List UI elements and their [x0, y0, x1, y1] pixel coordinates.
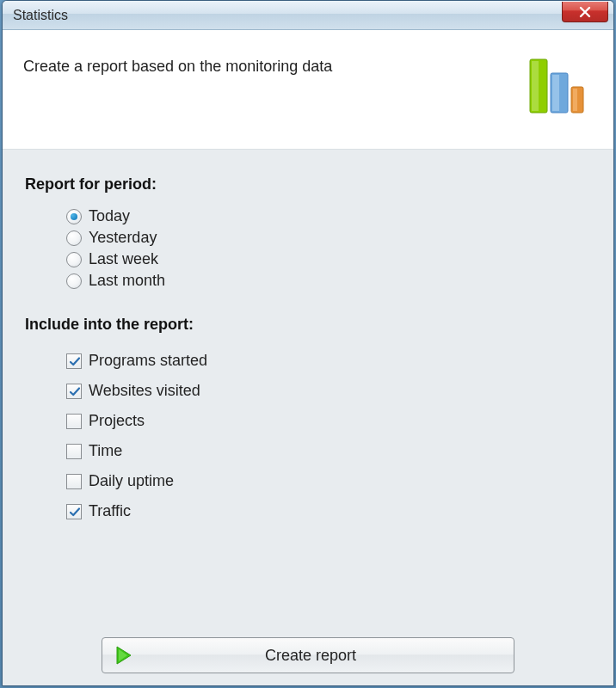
header-text: Create a report based on the monitoring …	[23, 54, 332, 76]
svg-rect-3	[552, 75, 559, 111]
check-daily-uptime[interactable]: Daily uptime	[66, 466, 591, 496]
period-options: Today Yesterday Last week Last month	[66, 206, 591, 292]
period-heading: Report for period:	[25, 175, 591, 194]
checkbox-label: Daily uptime	[89, 472, 174, 490]
include-options: Programs started Websites visited Projec…	[66, 346, 591, 526]
radio-today[interactable]: Today	[66, 206, 591, 227]
include-heading: Include into the report:	[25, 316, 591, 334]
create-report-button[interactable]: Create report	[102, 637, 514, 673]
body-block: Report for period: Today Yesterday Last …	[3, 150, 613, 685]
check-websites-visited[interactable]: Websites visited	[66, 376, 591, 406]
radio-label: Yesterday	[89, 229, 157, 247]
checkbox-icon	[66, 384, 82, 399]
radio-icon	[66, 230, 82, 246]
checkbox-icon	[66, 474, 82, 489]
play-icon	[114, 645, 133, 666]
radio-icon	[66, 209, 82, 224]
close-button[interactable]	[562, 2, 608, 22]
header-block: Create a report based on the monitoring …	[3, 30, 613, 150]
window-title: Statistics	[13, 8, 68, 23]
close-icon	[578, 6, 592, 18]
checkbox-icon	[66, 444, 82, 459]
check-projects[interactable]: Projects	[66, 406, 591, 436]
bar-chart-icon	[526, 54, 588, 120]
radio-last-month[interactable]: Last month	[66, 270, 591, 292]
checkbox-icon	[66, 504, 82, 519]
svg-rect-5	[573, 89, 577, 111]
radio-yesterday[interactable]: Yesterday	[66, 227, 591, 249]
content-area: Create a report based on the monitoring …	[3, 30, 613, 685]
radio-label: Today	[89, 207, 130, 225]
radio-label: Last week	[89, 250, 158, 268]
checkbox-label: Traffic	[89, 502, 131, 520]
create-report-label: Create report	[133, 647, 514, 665]
svg-rect-1	[532, 61, 539, 111]
titlebar: Statistics	[3, 1, 613, 30]
check-programs-started[interactable]: Programs started	[66, 346, 591, 376]
checkbox-label: Projects	[89, 412, 145, 430]
radio-icon	[66, 273, 82, 289]
checkbox-label: Programs started	[89, 352, 207, 370]
statistics-window: Statistics Create a report based on the …	[2, 0, 614, 686]
checkbox-label: Websites visited	[89, 382, 200, 400]
check-traffic[interactable]: Traffic	[66, 496, 591, 526]
radio-label: Last month	[89, 272, 165, 290]
check-time[interactable]: Time	[66, 436, 591, 466]
checkbox-icon	[66, 414, 82, 429]
radio-last-week[interactable]: Last week	[66, 249, 591, 270]
checkbox-icon	[66, 353, 82, 369]
radio-icon	[66, 252, 82, 267]
checkbox-label: Time	[89, 442, 122, 460]
